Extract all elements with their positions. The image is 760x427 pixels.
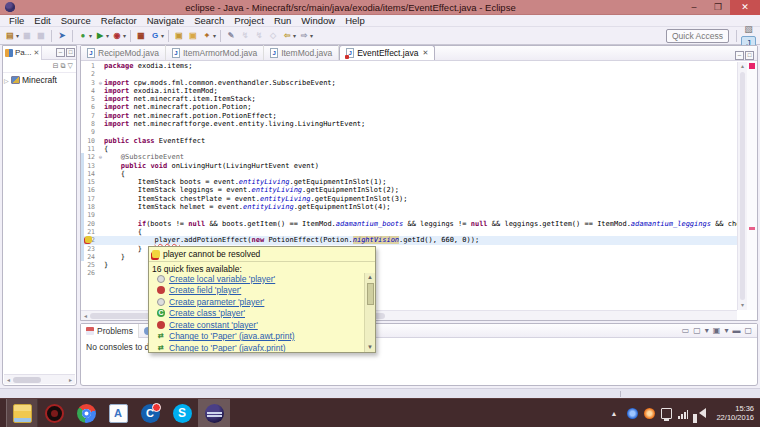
run-icon-dropdown[interactable]: ▾ — [106, 32, 109, 39]
quickfix-link[interactable]: Create constant 'player' — [169, 320, 258, 330]
quickfix-link[interactable]: Create local variable 'player' — [169, 274, 275, 284]
quickfix-item[interactable]: ⇄Change to 'Paper' (javafx.print) — [149, 342, 364, 352]
forward-icon[interactable]: ⇨ — [298, 30, 310, 42]
fold-icon[interactable]: ⊖ — [97, 79, 104, 87]
tree-item-minecraft[interactable]: ▷ Minecraft — [3, 73, 76, 87]
code-line-13[interactable]: 13 public void onLivingHurt(LivingHurtEv… — [81, 162, 737, 170]
quickfix-link[interactable]: Create field 'player' — [169, 285, 241, 295]
tab-package-explorer[interactable]: Pa... ✕ — [3, 46, 42, 60]
tab-recipemod-java[interactable]: JRecipeMod.java — [81, 45, 166, 60]
minimize-icon[interactable]: ▬ — [732, 326, 740, 335]
scroll-left-icon[interactable]: ◂ — [4, 376, 13, 383]
quick-access-box[interactable]: Quick Access — [666, 29, 729, 43]
tab-itemarmormod-java[interactable]: JItemArmorMod.java — [166, 45, 264, 60]
volume-icon[interactable] — [694, 408, 706, 418]
tab-itemmod-java[interactable]: JItemMod.java — [264, 45, 339, 60]
scroll-right-icon[interactable]: ▸ — [66, 376, 75, 383]
scroll-thumb[interactable] — [740, 72, 745, 300]
code-line-19[interactable]: 19 — [81, 211, 737, 219]
last-edit-icon[interactable]: ◇ — [267, 30, 279, 42]
code-line-1[interactable]: 1package exodia.items; — [81, 62, 737, 70]
quickfix-item[interactable]: Create constant 'player' — [149, 319, 364, 331]
code-line-6[interactable]: 6import net.minecraft.potion.Potion; — [81, 103, 737, 111]
menu-source[interactable]: Source — [56, 15, 96, 26]
minimize-icon[interactable]: – — [735, 51, 744, 60]
code-line-17[interactable]: 17 ItemStack chestPlate = event.entityLi… — [81, 195, 737, 203]
taskbar-blue-c-app[interactable]: C — [134, 399, 166, 427]
overview-ruler[interactable] — [747, 62, 757, 310]
scroll-left-icon[interactable]: ◂ — [81, 312, 90, 319]
maximize-icon[interactable]: □ — [66, 48, 75, 57]
profile-icon-dropdown[interactable]: ▾ — [123, 32, 126, 39]
code-line-5[interactable]: 5import net.minecraft.item.ItemStack; — [81, 95, 737, 103]
save-all-icon[interactable]: ▩ — [35, 30, 47, 42]
menu-navigate[interactable]: Navigate — [142, 15, 190, 26]
tray-orange-app-icon[interactable] — [644, 408, 655, 419]
debug-icon-dropdown[interactable]: ▾ — [89, 32, 92, 39]
skip-breakpoints-icon[interactable]: ➤ — [56, 30, 68, 42]
profile-icon[interactable]: ◉ — [111, 30, 123, 42]
taskbar-dark-red-app[interactable] — [38, 399, 70, 427]
code-line-4[interactable]: 4import exodia.init.ItemMod; — [81, 87, 737, 95]
expander-icon[interactable]: ▷ — [4, 77, 11, 84]
minimize-button[interactable]: – — [682, 0, 706, 15]
code-line-10[interactable]: 10public class EventEffect — [81, 137, 737, 145]
scroll-up-icon[interactable]: ▴ — [738, 62, 747, 71]
explorer-hscrollbar[interactable]: ◂ ▸ — [4, 374, 75, 384]
code-line-20[interactable]: 20 if(boots != null && boots.getItem() =… — [81, 220, 737, 228]
open-console-icon[interactable]: ▣ — [713, 326, 721, 335]
quickfix-item[interactable]: Create local variable 'player' — [149, 273, 364, 285]
taskbar-chrome[interactable] — [70, 399, 102, 427]
restore-button[interactable]: ❐ — [706, 0, 730, 15]
scroll-down-icon[interactable]: ▾ — [738, 301, 747, 310]
close-icon[interactable]: ✕ — [33, 49, 39, 57]
wifi-signal-icon[interactable] — [678, 408, 689, 419]
pin-console-icon[interactable]: ▭ — [682, 326, 690, 335]
quickfix-link[interactable]: Create parameter 'player' — [169, 297, 264, 307]
open-console-drop-icon[interactable]: ▾ — [724, 326, 728, 335]
code-line-18[interactable]: 18 ItemStack helmet = event.entityLiving… — [81, 203, 737, 211]
code-line-2[interactable]: 2 — [81, 70, 737, 78]
code-line-21[interactable]: 21 { — [81, 228, 737, 236]
code-line-3[interactable]: 3⊖import cpw.mods.fml.common.eventhandle… — [81, 79, 737, 87]
scroll-thumb[interactable] — [367, 283, 374, 305]
menu-help[interactable]: Help — [340, 15, 370, 26]
gwt-icon[interactable]: G — [149, 30, 161, 42]
code-line-14[interactable]: 14 { — [81, 170, 737, 178]
prev-annotation-icon[interactable]: ↯ — [253, 30, 265, 42]
code-line-15[interactable]: 15 ItemStack boots = event.entityLiving.… — [81, 178, 737, 186]
maximize-icon[interactable]: ▢ — [744, 326, 752, 335]
collapse-all-icon[interactable]: ⊟ — [53, 62, 59, 70]
error-indicator-icon[interactable] — [749, 63, 755, 69]
save-icon[interactable]: ▦ — [21, 30, 33, 42]
quickfix-item[interactable]: Create parameter 'player' — [149, 296, 364, 308]
taskbar-wordpad[interactable]: A — [102, 399, 134, 427]
open-perspective-icon[interactable]: ▧ — [741, 22, 756, 36]
mark-occurrences-icon[interactable]: ✎ — [225, 30, 237, 42]
taskbar-file-explorer[interactable] — [6, 399, 38, 427]
quickfix-item[interactable]: ⇄Change to 'Paper' (java.awt.print) — [149, 331, 364, 343]
gwt-icon-dropdown[interactable]: ▾ — [161, 32, 164, 39]
close-icon[interactable]: ✕ — [422, 49, 428, 57]
close-button[interactable]: ✕ — [730, 0, 760, 15]
menu-file[interactable]: File — [4, 15, 29, 26]
tray-blue-app-icon[interactable] — [627, 408, 638, 419]
show-hidden-icons-icon[interactable]: ▲ — [611, 410, 618, 417]
error-marker[interactable] — [749, 227, 755, 230]
quickfix-link[interactable]: Change to 'Paper' (javafx.print) — [169, 343, 286, 352]
search-icon-dropdown[interactable]: ▾ — [213, 32, 216, 39]
code-line-16[interactable]: 16 ItemStack leggings = event.entityLivi… — [81, 186, 737, 194]
open-resource-icon[interactable]: ▣ — [173, 30, 185, 42]
fold-icon[interactable]: ⊖ — [97, 153, 104, 161]
code-line-11[interactable]: 11{ — [81, 145, 737, 153]
scroll-thumb[interactable] — [13, 377, 41, 383]
scroll-up-icon[interactable]: ▲ — [366, 273, 375, 282]
editor-vscrollbar[interactable]: ▴ ▾ — [737, 62, 747, 310]
display-console-drop-icon[interactable]: ▾ — [705, 326, 709, 335]
new-wizard-icon-dropdown[interactable]: ▾ — [16, 32, 19, 39]
menu-window[interactable]: Window — [296, 15, 340, 26]
quickfix-item[interactable]: CCreate class 'player' — [149, 308, 364, 320]
menu-run[interactable]: Run — [269, 15, 296, 26]
scroll-down-icon[interactable]: ▼ — [366, 343, 375, 352]
display-console-icon[interactable]: ▢ — [693, 326, 701, 335]
